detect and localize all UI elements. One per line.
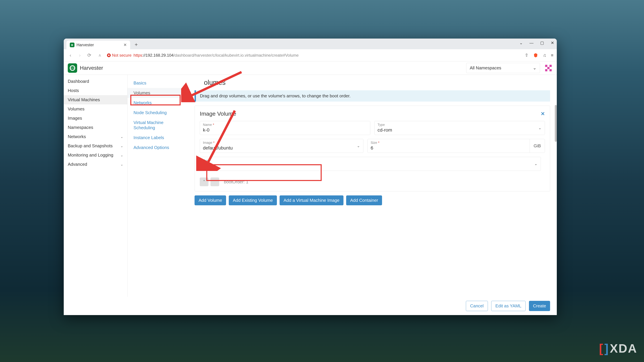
url-host: ://192.168.29.104	[142, 53, 174, 57]
boot-order-text: bootOrder: 1	[224, 179, 248, 185]
app-brand[interactable]: Harvester	[68, 63, 103, 73]
bus-field[interactable]: Bus SATA ⌄	[200, 157, 541, 171]
bus-label: Bus	[203, 159, 538, 163]
tab-instance-labels[interactable]: Instance Labels	[128, 133, 188, 143]
url-text: https://192.168.29.104/dashboard/harvest…	[134, 53, 299, 58]
tab-volumes[interactable]: Volumes	[128, 88, 188, 98]
bookmark-icon[interactable]: ⟑	[98, 53, 101, 58]
tab-vm-scheduling[interactable]: Virtual Machine Scheduling	[128, 118, 188, 133]
size-field[interactable]: Size * 6 GiB	[368, 139, 545, 153]
warning-icon: ✖	[107, 53, 111, 57]
brave-shield-icon[interactable]	[533, 53, 538, 58]
bracket-icon: ]	[604, 342, 609, 355]
chevron-down-icon[interactable]: ⌄	[520, 40, 523, 45]
sidebar-item-images[interactable]: Images	[64, 114, 127, 123]
chevron-down-icon: ⌄	[538, 126, 541, 130]
tab-networks[interactable]: Networks	[128, 98, 188, 108]
sidebar-item-volumes[interactable]: Volumes	[64, 104, 127, 114]
chevron-down-icon: ⌄	[120, 153, 123, 157]
name-label: Name *	[203, 123, 367, 127]
info-banner: Drag and drop volumes, or use the volume…	[194, 90, 550, 102]
boot-order-up-button[interactable]: ˄	[200, 177, 208, 186]
svg-rect-3	[548, 67, 550, 69]
browser-tab[interactable]: ⊞ Harvester ✕	[66, 40, 130, 49]
app-body: Dashboard Hosts Virtual Machines Volumes…	[64, 75, 557, 315]
svg-rect-1	[545, 65, 548, 67]
tab-node-scheduling[interactable]: Node Scheduling	[128, 108, 188, 118]
chevron-down-icon: ⌄	[120, 135, 123, 139]
type-label: Type	[378, 123, 542, 127]
forward-button[interactable]: ›	[76, 53, 83, 58]
xda-watermark: [] XDA	[599, 342, 637, 355]
size-value: 6	[371, 145, 373, 150]
name-field[interactable]: Name * k-0	[200, 121, 370, 135]
music-icon[interactable]: ♫	[543, 53, 546, 58]
bottom-bar: Cancel Edit as YAML Create	[64, 297, 557, 315]
menu-icon[interactable]: ≡	[551, 53, 554, 58]
add-vm-image-button[interactable]: Add a Virtual Machine Image	[280, 195, 344, 205]
size-label: Size *	[371, 141, 528, 145]
type-value: cd-rom	[378, 127, 392, 133]
app-grid-icon[interactable]	[544, 64, 553, 72]
namespace-label: All Namespaces	[470, 65, 501, 70]
sidebar-item-advanced[interactable]: Advanced⌄	[64, 160, 127, 169]
bracket-icon: [	[599, 342, 604, 355]
type-field[interactable]: Type cd-rom ⌄	[374, 121, 545, 135]
chevron-down-icon: ⌄	[120, 162, 123, 166]
tab-basics[interactable]: Basics	[128, 78, 188, 88]
edit-yaml-button[interactable]: Edit as YAML	[491, 301, 526, 311]
card-close-icon[interactable]: ✕	[541, 111, 545, 117]
url-path: /dashboard/harvester/c/local/kubevirt.io…	[174, 53, 299, 57]
chevron-down-icon: ⌄	[120, 144, 123, 148]
sidebar-item-virtual-machines[interactable]: Virtual Machines	[64, 95, 127, 104]
sidebar-item-namespaces[interactable]: Namespaces	[64, 123, 127, 132]
harvester-logo-icon	[68, 63, 77, 73]
not-secure-label: Not secure	[112, 53, 132, 58]
new-tab-button[interactable]: +	[133, 41, 140, 48]
boot-order-controls: ˄ ˅ bootOrder: 1	[200, 177, 545, 186]
share-icon[interactable]: ⇧	[525, 53, 528, 58]
url-protocol: https	[134, 53, 142, 57]
not-secure-badge: ✖ Not secure	[107, 53, 132, 58]
tab-close-icon[interactable]: ✕	[124, 42, 127, 47]
sidebar-item-networks[interactable]: Networks⌄	[64, 132, 127, 141]
app-header: Harvester All Namespaces ⌄	[64, 61, 557, 75]
cancel-button[interactable]: Cancel	[466, 301, 488, 311]
image-value: default/ubuntu	[203, 145, 233, 150]
settings-tabs: Basics Volumes Networks Node Scheduling …	[128, 75, 188, 315]
url-bar[interactable]: ✖ Not secure https://192.168.29.104/dash…	[107, 53, 522, 58]
add-existing-volume-button[interactable]: Add Existing Volume	[229, 195, 277, 205]
panel-title: olumes	[204, 79, 550, 86]
volume-card: Image Volume ✕ Name * k-0 Type cd-rom ⌄	[194, 106, 550, 191]
watermark-text: XDA	[610, 342, 637, 355]
back-button[interactable]: ‹	[67, 53, 74, 58]
add-volume-button[interactable]: Add Volume	[194, 195, 226, 205]
card-title: Image Volume	[200, 110, 236, 117]
sidebar-item-dashboard[interactable]: Dashboard	[64, 77, 127, 86]
add-container-button[interactable]: Add Container	[346, 195, 382, 205]
image-field[interactable]: Image * default/ubuntu ⌄	[200, 139, 364, 153]
boot-order-down-button[interactable]: ˅	[210, 177, 219, 186]
maximize-icon[interactable]: ▢	[540, 40, 544, 45]
tab-advanced-options[interactable]: Advanced Options	[128, 143, 188, 152]
name-value: k-0	[203, 127, 210, 133]
create-button[interactable]: Create	[529, 301, 550, 311]
svg-rect-5	[550, 69, 552, 71]
tab-title: Harvester	[76, 42, 94, 47]
chevron-down-icon: ⌄	[357, 144, 360, 148]
close-window-icon[interactable]: ✕	[551, 40, 554, 45]
sidebar: Dashboard Hosts Virtual Machines Volumes…	[64, 75, 128, 315]
sidebar-item-monitoring[interactable]: Monitoring and Logging⌄	[64, 150, 127, 160]
main-panel: olumes Drag and drop volumes, or use the…	[188, 75, 557, 315]
svg-rect-2	[550, 65, 552, 67]
size-unit: GiB	[530, 139, 545, 153]
browser-tab-bar: ⊞ Harvester ✕ + ⌄ — ▢ ✕	[64, 38, 557, 49]
scrollbar[interactable]	[555, 105, 557, 142]
sidebar-item-backup[interactable]: Backup and Snapshots⌄	[64, 141, 127, 150]
minimize-icon[interactable]: —	[530, 40, 534, 45]
reload-button[interactable]: ⟳	[86, 52, 92, 58]
svg-rect-4	[545, 69, 548, 71]
browser-window: ⊞ Harvester ✕ + ⌄ — ▢ ✕ ‹ › ⟳ ⟑ ✖ Not se…	[64, 38, 557, 315]
namespace-dropdown[interactable]: All Namespaces ⌄	[466, 63, 540, 73]
sidebar-item-hosts[interactable]: Hosts	[64, 86, 127, 95]
